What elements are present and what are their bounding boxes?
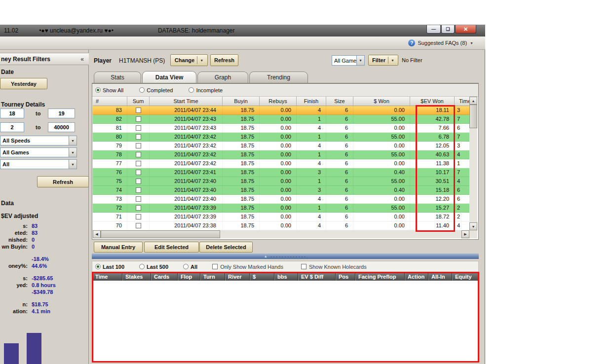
result-row-76[interactable]: 762011/04/07 23:4118.750.00360.4010.177 [93,168,469,177]
speed-select[interactable]: All Speeds ▼ [0,136,77,146]
hands-column-turn[interactable]: Turn [200,273,225,281]
hands-column-stakes[interactable]: Stakes [122,273,151,281]
row-sum-checkbox[interactable] [136,161,141,166]
hands-column--[interactable]: $ [250,273,274,281]
results-column--ev-won[interactable]: $EV Won [410,97,455,106]
radio-icon[interactable] [183,264,189,269]
row-sum-checkbox[interactable] [136,187,141,193]
tab-trending[interactable]: Trending [249,72,308,83]
completed-label[interactable]: Completed [147,87,173,93]
scroll-left-button[interactable]: ◀ [93,230,101,238]
hands-column-river[interactable]: River [225,273,250,281]
result-row-71[interactable]: 712011/04/07 23:3918.750.00460.0018.722 [93,213,469,221]
tab-data-view[interactable]: Data View [142,71,196,83]
scroll-up-button[interactable]: ▲ [469,97,477,105]
hands-column-pos[interactable]: Pos [336,273,355,281]
radio-icon[interactable] [139,87,145,93]
hands-column-equity[interactable]: Equity [452,273,479,281]
row-sum-checkbox[interactable] [136,108,141,113]
vertical-scroll-thumb[interactable] [469,105,477,128]
result-row-75[interactable]: 752011/04/07 23:4018.750.001655.0030.514 [93,177,469,186]
row-sum-checkbox[interactable] [136,179,141,184]
delete-selected-button[interactable]: Delete Selected [199,242,253,253]
results-column--won[interactable]: $ Won [353,97,410,106]
type-select[interactable]: All ▼ [0,159,77,169]
yesterday-button[interactable]: Yesterday [0,78,47,89]
games-select[interactable]: All Games ▼ [0,147,77,157]
row-sum-checkbox[interactable] [136,170,141,175]
row-sum-checkbox[interactable] [136,223,141,228]
vertical-scrollbar[interactable]: ▲ ▼ [469,97,477,230]
range1-to-input[interactable] [48,109,75,118]
results-column-time[interactable]: Time [455,97,469,106]
all-hands-option[interactable]: All [183,264,209,270]
change-player-button[interactable]: Change▼ [170,54,208,66]
hands-column-action[interactable]: Action [405,273,428,281]
show-all-label[interactable]: Show All [103,87,123,93]
row-sum-checkbox[interactable] [136,116,141,122]
row-sum-checkbox[interactable] [136,152,141,157]
result-row-73[interactable]: 732011/04/07 23:4018.750.00460.0012.206 [93,195,469,204]
hands-column-flop[interactable]: Flop [178,273,200,281]
row-sum-checkbox[interactable] [136,196,141,202]
last-500-option[interactable]: Last 500 [139,264,180,270]
result-row-81[interactable]: 812011/04/07 23:4318.750.00460.007.666 [93,124,469,133]
radio-icon[interactable] [95,264,101,269]
range1-from-input[interactable] [0,109,24,118]
known-holecards-option[interactable]: Show Known Holecards [301,264,382,270]
results-column-buyin[interactable]: Buyin [223,97,260,106]
results-column--[interactable]: # [93,97,127,106]
row-sum-checkbox[interactable] [136,214,141,219]
row-sum-checkbox[interactable] [136,205,141,211]
result-row-79[interactable]: 792011/04/07 23:4218.750.00460.0012.053 [93,142,469,150]
tab-stats[interactable]: Stats [94,72,141,83]
tab-graph[interactable]: Graph [197,72,248,83]
edit-selected-button[interactable]: Edit Selected [144,242,199,253]
result-row-82[interactable]: 822011/04/07 23:4318.750.001655.0042.787 [93,115,469,124]
row-sum-checkbox[interactable] [136,143,141,148]
horizontal-scrollbar[interactable]: ◀ ▶ [93,230,469,238]
radio-icon[interactable] [139,264,145,269]
marked-hands-option[interactable]: Only Show Marked Hands [212,264,298,270]
result-row-83[interactable]: 832011/04/07 23:4418.750.00460.0018.113 [93,106,469,115]
incomplete-option[interactable]: Incomplete [189,87,235,93]
results-column-finish[interactable]: Finish [297,97,326,106]
all-games-select[interactable]: All Games ▼ [332,55,365,66]
collapse-sidebar-button[interactable]: « [78,55,86,63]
last-100-option[interactable]: Last 100 [95,264,136,270]
close-button[interactable]: ✕ [455,25,476,34]
suggested-faqs-button[interactable]: Suggested FAQs (8) [418,40,467,46]
row-sum-checkbox[interactable] [136,134,141,140]
result-row-74[interactable]: 742011/04/07 23:4018.750.00360.4015.186 [93,186,469,195]
refresh-button[interactable]: Refresh [210,54,238,66]
row-sum-checkbox[interactable] [136,125,141,131]
completed-option[interactable]: Completed [139,87,186,93]
hands-column-all-in[interactable]: All-In [428,273,452,281]
marked-hands-label[interactable]: Only Show Marked Hands [220,264,283,270]
all-hands-label[interactable]: All [191,264,197,270]
results-column-sum[interactable]: Sum [127,97,150,106]
show-all-option[interactable]: Show All [95,87,136,93]
result-row-72[interactable]: 722011/04/07 23:3918.750.001655.0015.272 [93,204,469,213]
known-holecards-label[interactable]: Show Known Holecards [309,264,367,270]
last-500-label[interactable]: Last 500 [147,264,168,270]
scroll-down-button[interactable]: ▼ [469,222,477,230]
incomplete-label[interactable]: Incomplete [196,87,223,93]
result-row-80[interactable]: 802011/04/07 23:4218.750.001655.006.787 [93,133,469,142]
hands-column-time[interactable]: Time [92,273,122,281]
last-100-label[interactable]: Last 100 [103,264,124,270]
result-row-78[interactable]: 782011/04/07 23:4218.750.001655.0040.634 [93,150,469,159]
sidebar-refresh-button[interactable]: Refresh [37,176,89,187]
maximize-button[interactable]: ❏ [441,25,455,34]
filter-button[interactable]: Filter▼ [368,55,398,66]
result-row-77[interactable]: 772011/04/07 23:4218.750.00460.0011.381 [93,159,469,168]
hands-column-facing-preflop[interactable]: Facing Preflop [355,273,405,281]
radio-icon[interactable] [189,87,194,93]
minimize-button[interactable]: — [426,25,441,34]
results-column-start-time[interactable]: Start Time [150,97,223,106]
panel-splitter[interactable]: ▲ ············· [92,254,479,259]
checkbox-icon[interactable] [301,264,306,269]
result-row-70[interactable]: 702011/04/07 23:3818.750.00460.0011.404 [93,221,469,230]
checkbox-icon[interactable] [212,264,218,269]
hands-column-cards[interactable]: Cards [151,273,178,281]
